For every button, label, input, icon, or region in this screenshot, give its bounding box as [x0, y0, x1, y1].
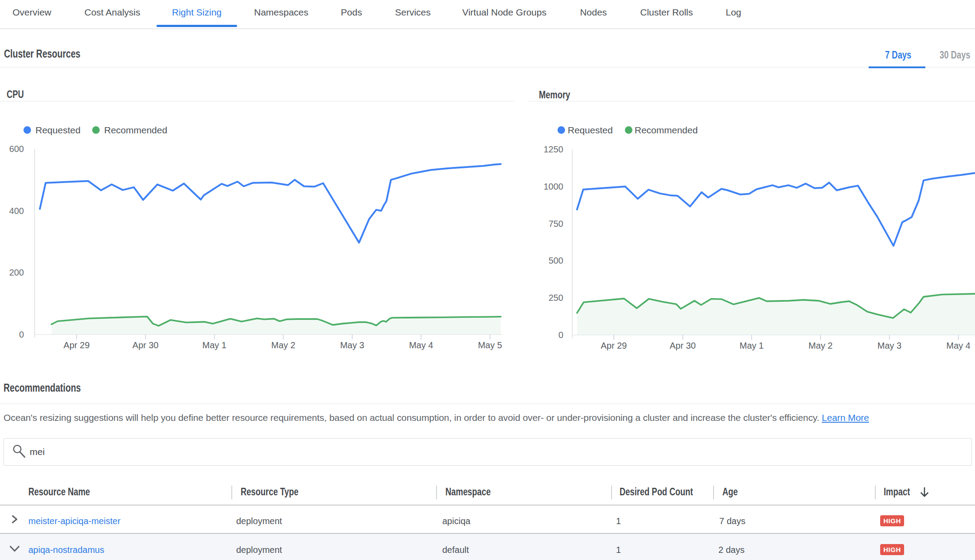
cpu-chart: 6004002000Apr 29Apr 30May 1May 2May 3May…	[0, 133, 514, 354]
x-axis-label: May 3	[340, 340, 364, 350]
tab-namespaces[interactable]: Namespaces	[238, 0, 324, 25]
column-separator	[436, 486, 437, 499]
range-active-underline	[869, 66, 925, 68]
x-axis-label: Apr 29	[601, 341, 627, 350]
recommended-area-fill	[577, 294, 975, 335]
learn-more-link[interactable]: Learn More	[822, 412, 869, 423]
recommendations-title: Recommendations	[4, 382, 81, 393]
tab-log[interactable]: Log	[709, 0, 758, 25]
recommendations-description: Ocean's resizing suggestions will help y…	[4, 412, 869, 423]
x-axis-label: Apr 30	[670, 341, 696, 350]
search-icon	[10, 442, 27, 460]
y-axis-label: 500	[549, 256, 563, 265]
tab-overview[interactable]: Overview	[0, 0, 75, 25]
column-header-desired-pod-count[interactable]: Desired Pod Count	[620, 486, 693, 498]
column-separator	[231, 486, 232, 499]
resource-type-cell: deployment	[236, 515, 282, 527]
tab-services[interactable]: Services	[379, 0, 446, 25]
table-row-expanded[interactable]	[0, 534, 975, 560]
search-input[interactable]	[4, 438, 972, 466]
resource-name-link[interactable]: apiqa-nostradamus	[28, 544, 104, 556]
y-axis-label: 1250	[544, 144, 564, 154]
range-toggle-30-days[interactable]: 30 Days	[940, 49, 971, 61]
column-header-age[interactable]: Age	[722, 486, 738, 498]
chevron-right-icon[interactable]	[11, 515, 20, 524]
cpu-chart-title: CPU	[7, 89, 24, 100]
x-axis-label: May 4	[946, 341, 970, 350]
column-header-resource-name[interactable]: Resource Name	[28, 486, 90, 498]
x-axis-label: Apr 30	[133, 340, 159, 350]
y-axis-label: 0	[19, 330, 24, 339]
resource-type-cell: deployment	[236, 544, 282, 556]
age-cell: 7 days	[719, 515, 745, 527]
age-cell: 2 days	[718, 544, 745, 556]
search-icon-handle	[20, 452, 24, 457]
table-row[interactable]	[0, 506, 975, 534]
resource-name-link[interactable]: meister-apiciqa-meister	[28, 515, 121, 527]
column-header-resource-type[interactable]: Resource Type	[241, 486, 299, 498]
recommendations-description-text: Ocean's resizing suggestions will help y…	[4, 412, 819, 423]
tab-nodes[interactable]: Nodes	[564, 0, 623, 25]
requested-line	[577, 173, 975, 246]
column-separator	[713, 486, 714, 499]
tab-pods[interactable]: Pods	[325, 0, 378, 25]
namespace-cell: apiciqa	[442, 515, 470, 527]
x-axis-label: May 1	[740, 341, 764, 350]
tab-cost-analysis[interactable]: Cost Analysis	[69, 0, 156, 25]
column-separator	[875, 486, 876, 499]
y-axis-label: 250	[549, 293, 563, 303]
impact-badge-high: HIGH	[880, 544, 904, 555]
y-axis-label: 1000	[544, 182, 564, 191]
x-axis-label: Apr 29	[63, 340, 90, 350]
tab-cluster-rolls[interactable]: Cluster Rolls	[624, 0, 709, 25]
tab-right-sizing[interactable]: Right Sizing	[156, 0, 237, 25]
x-axis-label: May 3	[878, 341, 901, 350]
column-header-impact[interactable]: Impact	[884, 486, 910, 498]
recommendations-divider	[0, 404, 975, 404]
y-axis-label: 400	[9, 206, 24, 216]
namespace-cell: default	[442, 544, 469, 556]
impact-badge-high: HIGH	[880, 515, 904, 526]
header-divider	[0, 67, 975, 67]
y-axis-label: 600	[9, 144, 24, 154]
x-axis-label: May 4	[409, 340, 433, 350]
x-axis-label: May 2	[808, 341, 832, 350]
cluster-resources-title: Cluster Resources	[4, 48, 80, 59]
x-axis-label: May 1	[203, 340, 226, 350]
cpu-title-divider	[0, 101, 514, 101]
chevron-down-icon[interactable]	[9, 545, 20, 554]
active-tab-underline	[156, 25, 237, 27]
y-axis-label: 0	[558, 330, 563, 340]
tab-bar: Overview Cost Analysis Right Sizing Name…	[0, 0, 975, 29]
chevron-down-stroke	[11, 547, 19, 551]
x-axis-label: May 5	[478, 340, 502, 350]
column-separator	[611, 486, 612, 499]
requested-line	[40, 164, 501, 242]
y-axis-label: 750	[549, 219, 563, 229]
desired-pod-count-cell: 1	[616, 544, 621, 556]
tab-virtual-node-groups[interactable]: Virtual Node Groups	[446, 0, 563, 25]
range-toggle-7-days[interactable]: 7 Days	[885, 49, 911, 61]
chevron-right-stroke	[13, 516, 17, 523]
sort-descending-icon[interactable]	[918, 486, 932, 499]
memory-chart-title: Memory	[539, 89, 570, 101]
x-axis-label: May 2	[271, 340, 295, 350]
desired-pod-count-cell: 1	[616, 515, 621, 527]
memory-title-divider	[529, 101, 975, 101]
y-axis-label: 200	[9, 268, 24, 277]
column-header-namespace[interactable]: Namespace	[445, 486, 491, 498]
memory-chart: 125010007505002500Apr 29Apr 30May 1May 2…	[527, 133, 975, 354]
